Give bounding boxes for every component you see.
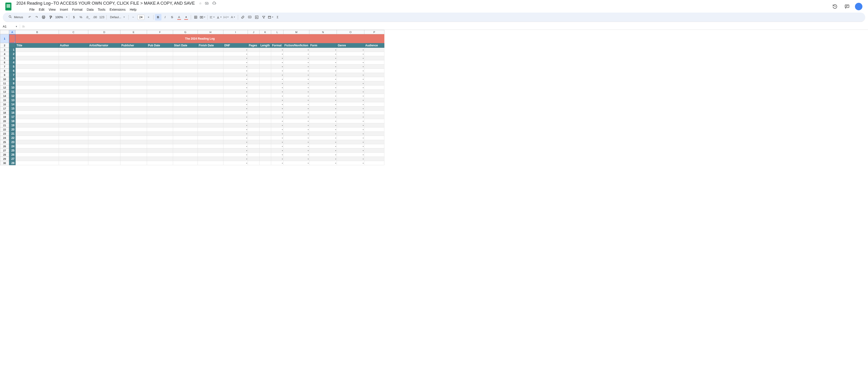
cell[interactable] [173, 115, 198, 119]
cell[interactable]: 3 [9, 56, 16, 60]
cell[interactable] [198, 48, 223, 52]
cell[interactable]: ▾ [223, 77, 248, 81]
select-all-corner[interactable] [0, 30, 9, 34]
cell[interactable] [248, 73, 259, 77]
dropdown-arrow-icon[interactable]: ▾ [363, 153, 364, 156]
cell[interactable] [16, 136, 59, 140]
cell[interactable] [59, 144, 88, 148]
cell[interactable] [173, 144, 198, 148]
cell[interactable] [16, 144, 59, 148]
cell[interactable]: ▾ [309, 102, 337, 107]
row-header-22[interactable]: 22 [0, 127, 9, 131]
merge-button[interactable]: ▼ [199, 14, 206, 21]
menu-tools[interactable]: Tools [96, 7, 107, 12]
functions-button[interactable]: Σ [274, 14, 281, 21]
text-color-button[interactable]: A [176, 14, 182, 21]
cell[interactable]: ▾ [283, 153, 309, 157]
cell[interactable] [173, 136, 198, 140]
cell[interactable]: ▾ [271, 48, 283, 52]
dropdown-arrow-icon[interactable]: ▾ [335, 70, 336, 72]
cell[interactable] [16, 148, 59, 153]
cell[interactable] [198, 119, 223, 123]
cell[interactable] [364, 86, 384, 90]
cell[interactable]: 1 [9, 48, 16, 52]
cell[interactable] [59, 127, 88, 131]
cell[interactable] [88, 102, 120, 107]
dropdown-arrow-icon[interactable]: ▾ [246, 145, 247, 147]
dropdown-arrow-icon[interactable]: ▾ [363, 116, 364, 118]
cell[interactable]: ▾ [337, 153, 364, 157]
print-button[interactable] [40, 14, 47, 21]
dropdown-arrow-icon[interactable]: ▾ [308, 162, 309, 164]
cell[interactable] [147, 123, 173, 127]
dropdown-arrow-icon[interactable]: ▾ [335, 53, 336, 55]
cell[interactable] [59, 153, 88, 157]
dropdown-arrow-icon[interactable]: ▾ [335, 82, 336, 84]
cell[interactable]: ▾ [223, 153, 248, 157]
cell[interactable] [173, 60, 198, 64]
cell[interactable] [364, 131, 384, 136]
cell[interactable] [198, 131, 223, 136]
cell[interactable]: ▾ [337, 73, 364, 77]
cell[interactable] [248, 131, 259, 136]
cell[interactable] [259, 81, 271, 86]
cell[interactable] [16, 77, 59, 81]
cell[interactable] [364, 56, 384, 60]
cell[interactable] [248, 136, 259, 140]
dropdown-arrow-icon[interactable]: ▾ [363, 57, 364, 59]
dropdown-arrow-icon[interactable]: ▾ [282, 95, 283, 97]
cell[interactable]: ▾ [337, 81, 364, 86]
row-header-4[interactable]: 4 [0, 52, 9, 56]
cell[interactable]: ▾ [223, 98, 248, 102]
cell[interactable] [59, 136, 88, 140]
cell[interactable] [88, 148, 120, 153]
cell[interactable]: ▾ [309, 157, 337, 161]
header-format[interactable]: Format [271, 43, 283, 48]
cell[interactable] [147, 56, 173, 60]
cell[interactable] [16, 111, 59, 115]
cell[interactable]: ▾ [309, 123, 337, 127]
cell[interactable] [173, 111, 198, 115]
cell[interactable] [147, 102, 173, 107]
cell[interactable] [16, 90, 59, 94]
cell[interactable]: ▾ [309, 94, 337, 98]
cell[interactable]: ▾ [271, 161, 283, 165]
cell[interactable] [16, 131, 59, 136]
cell[interactable] [16, 94, 59, 98]
dropdown-arrow-icon[interactable]: ▾ [308, 108, 309, 110]
col-header-M[interactable]: M [283, 30, 309, 34]
cell[interactable] [120, 115, 147, 119]
cell[interactable] [88, 73, 120, 77]
cell[interactable]: ▾ [223, 148, 248, 153]
dropdown-arrow-icon[interactable]: ▾ [308, 53, 309, 55]
dropdown-arrow-icon[interactable]: ▾ [308, 141, 309, 143]
menu-edit[interactable]: Edit [37, 7, 46, 12]
dropdown-arrow-icon[interactable]: ▾ [282, 145, 283, 147]
cell[interactable]: 2 [9, 52, 16, 56]
col-header-I[interactable]: I [223, 30, 248, 34]
cell[interactable] [59, 131, 88, 136]
dropdown-arrow-icon[interactable]: ▾ [363, 82, 364, 84]
col-header-L[interactable]: L [271, 30, 283, 34]
cell[interactable] [364, 136, 384, 140]
font-size-input[interactable] [137, 15, 145, 20]
cell[interactable]: ▾ [309, 131, 337, 136]
cell[interactable]: ▾ [337, 131, 364, 136]
menu-help[interactable]: Help [128, 7, 138, 12]
row-header-14[interactable]: 14 [0, 94, 9, 98]
cell[interactable] [88, 136, 120, 140]
cell[interactable]: ▾ [223, 94, 248, 98]
cell[interactable] [120, 123, 147, 127]
cell[interactable] [364, 148, 384, 153]
dropdown-arrow-icon[interactable]: ▾ [308, 99, 309, 101]
cell[interactable] [364, 81, 384, 86]
cell[interactable] [198, 56, 223, 60]
dropdown-arrow-icon[interactable]: ▾ [335, 57, 336, 59]
cell[interactable]: ▾ [309, 60, 337, 64]
dropdown-arrow-icon[interactable]: ▾ [246, 99, 247, 101]
header-author[interactable]: Author [59, 43, 88, 48]
cell[interactable] [147, 107, 173, 111]
cell[interactable]: 13 [9, 98, 16, 102]
col-header-F[interactable]: F [147, 30, 173, 34]
dropdown-arrow-icon[interactable]: ▾ [282, 61, 283, 63]
